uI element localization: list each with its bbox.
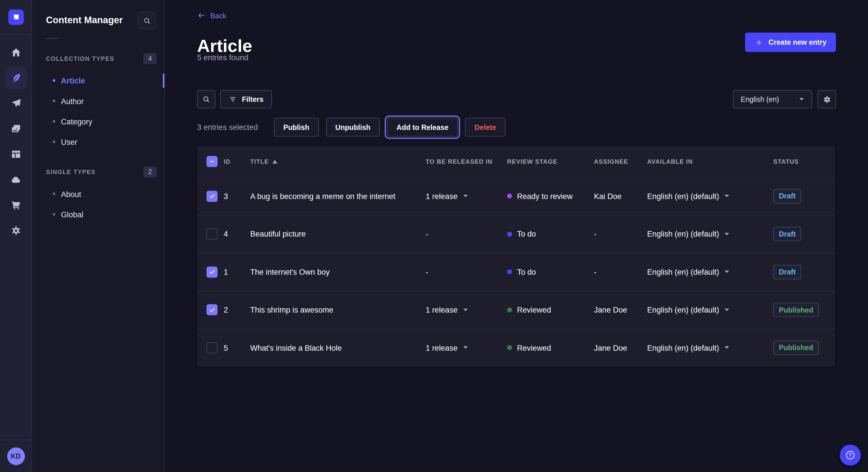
cell-review-stage: Ready to review [507,192,594,201]
media-library-icon[interactable] [5,118,27,140]
release-dropdown[interactable]: 1 release [426,192,468,201]
available-in-dropdown[interactable]: English (en) (default) [647,268,730,276]
add-to-release-button[interactable]: Add to Release [387,118,458,137]
cell-id: 3 [224,192,250,201]
release-cell: - [426,268,428,276]
column-header-title[interactable]: TITLE [250,158,426,165]
delete-button[interactable]: Delete [465,118,505,137]
row-checkbox[interactable] [206,342,218,353]
row-checkbox[interactable] [206,229,218,240]
toolbar-right: English (en) [733,90,836,108]
sidebar-item-article[interactable]: Article [32,70,164,91]
back-link[interactable]: Back [197,11,226,20]
cell-review-stage: Reviewed [507,343,594,352]
settings-gear-icon[interactable] [5,220,27,242]
cell-title: A bug is becoming a meme on the internet [250,192,426,201]
bullet-icon [53,213,55,216]
available-in-dropdown[interactable]: English (en) (default) [647,230,730,239]
chevron-down-icon [463,194,468,198]
bullet-icon [53,100,55,102]
cell-assignee: Kai Doe [594,192,647,201]
available-in-dropdown[interactable]: English (en) (default) [647,192,730,201]
filters-button[interactable]: Filters [220,90,272,108]
gear-icon [823,95,831,104]
unpublish-button[interactable]: Unpublish [326,118,380,137]
content-manager-icon[interactable] [5,67,27,89]
section-count-badge: 4 [143,53,156,64]
sidebar-item-label: Article [61,76,85,85]
sidebar-item-user[interactable]: User [32,132,164,152]
stage-dot-icon [507,194,512,198]
table-row[interactable]: 4Beautiful picture-To do-English (en) (d… [197,215,836,252]
active-indicator [163,73,164,88]
user-avatar[interactable]: KD [7,447,25,465]
stage-label: To do [517,230,536,239]
select-all-checkbox[interactable] [206,156,218,167]
strapi-logo[interactable] [8,9,24,25]
main-content: Back Article 5 entries found Create new … [165,0,868,472]
row-checkbox[interactable] [206,304,218,315]
stage-label: Ready to review [517,192,572,201]
column-header-status[interactable]: STATUS [773,158,835,165]
table-row[interactable]: 5What's inside a Black Hole1 releaseRevi… [197,329,836,367]
bullet-icon [53,140,55,143]
available-in-dropdown[interactable]: English (en) (default) [647,343,730,352]
release-dropdown[interactable]: 1 release [426,305,468,314]
entries-count: 5 entries found [197,53,249,62]
help-button[interactable]: ? [840,445,861,466]
table-row[interactable]: 3A bug is becoming a meme on the interne… [197,177,836,215]
view-settings-button[interactable] [817,90,836,108]
collection-types-list: ArticleAuthorCategoryUser [32,70,164,152]
row-checkbox[interactable] [206,191,218,202]
releases-icon[interactable] [5,92,27,114]
column-header-review-stage[interactable]: REVIEW STAGE [507,158,594,165]
chevron-down-icon [724,232,730,236]
release-cell: - [426,230,428,239]
content-type-builder-icon[interactable] [5,143,27,165]
single-types-section: SINGLE TYPES 2 AboutGlobal [32,165,164,225]
sidebar-item-category[interactable]: Category [32,111,164,132]
cell-title: Beautiful picture [250,230,426,239]
subnav-divider [46,38,59,39]
sidebar-item-global[interactable]: Global [32,204,164,225]
marketplace-cart-icon[interactable] [5,194,27,216]
cell-review-stage: Reviewed [507,305,594,314]
search-button[interactable] [197,90,216,108]
release-dropdown[interactable]: 1 release [426,343,468,352]
sidebar-item-author[interactable]: Author [32,91,164,111]
sidebar-item-label: About [61,190,81,198]
deploy-cloud-icon[interactable] [5,169,27,191]
stage-dot-icon [507,270,512,274]
column-header-assignee[interactable]: ASSIGNEE [594,158,647,165]
cell-id: 2 [224,305,250,314]
arrow-left-icon [197,11,206,20]
create-new-entry-button[interactable]: Create new entry [745,33,836,52]
column-header-id[interactable]: ID [224,158,250,165]
status-badge: Draft [773,189,801,203]
chevron-down-icon [799,97,804,101]
table-row[interactable]: 1The internet's Own boy-To do-English (e… [197,252,836,291]
table-row[interactable]: 2This shrimp is awesome1 releaseReviewed… [197,291,836,328]
cell-assignee: - [594,230,647,239]
stage-label: To do [517,268,536,276]
publish-button[interactable]: Publish [274,118,319,137]
stage-label: Reviewed [517,343,551,352]
locale-select[interactable]: English (en) [733,90,812,108]
available-in-dropdown[interactable]: English (en) (default) [647,305,730,314]
row-checkbox[interactable] [206,266,218,278]
status-badge: Published [773,303,818,317]
column-header-available-in[interactable]: AVAILABLE IN [647,158,773,165]
subnav-search-button[interactable] [138,11,156,29]
column-header-to-be-released-in[interactable]: TO BE RELEASED IN [426,158,507,165]
selection-count: 3 entries selected [197,123,258,132]
collection-types-section: COLLECTION TYPES 4 ArticleAuthorCategory… [32,52,164,152]
entries-table: ID TITLE TO BE RELEASED IN REVIEW STAGE … [197,146,836,367]
check-icon [208,268,216,276]
check-icon [208,193,216,200]
sidebar-item-about[interactable]: About [32,183,164,204]
cell-review-stage: To do [507,268,594,276]
selection-bar: 3 entries selected Publish Unpublish Add… [197,117,506,138]
home-icon[interactable] [5,42,27,64]
cell-assignee: - [594,268,647,276]
question-mark-icon: ? [845,450,856,461]
